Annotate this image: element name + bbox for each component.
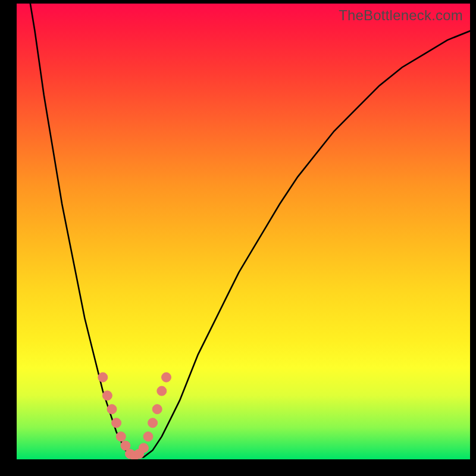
outer-frame: TheBottleneck.com xyxy=(0,0,476,476)
data-dot xyxy=(98,372,108,382)
data-dot xyxy=(107,405,117,414)
data-dot xyxy=(157,386,167,396)
data-dot xyxy=(162,372,171,382)
data-dot xyxy=(112,418,121,428)
data-dot xyxy=(148,418,158,428)
data-dots xyxy=(98,372,171,459)
data-dot xyxy=(139,443,148,453)
data-dot xyxy=(143,432,153,441)
data-dot xyxy=(152,405,162,414)
data-dot xyxy=(116,432,126,441)
data-dot xyxy=(102,391,112,400)
bottleneck-curve xyxy=(30,4,470,458)
plot-area: TheBottleneck.com xyxy=(17,4,470,459)
chart-svg xyxy=(17,4,470,459)
